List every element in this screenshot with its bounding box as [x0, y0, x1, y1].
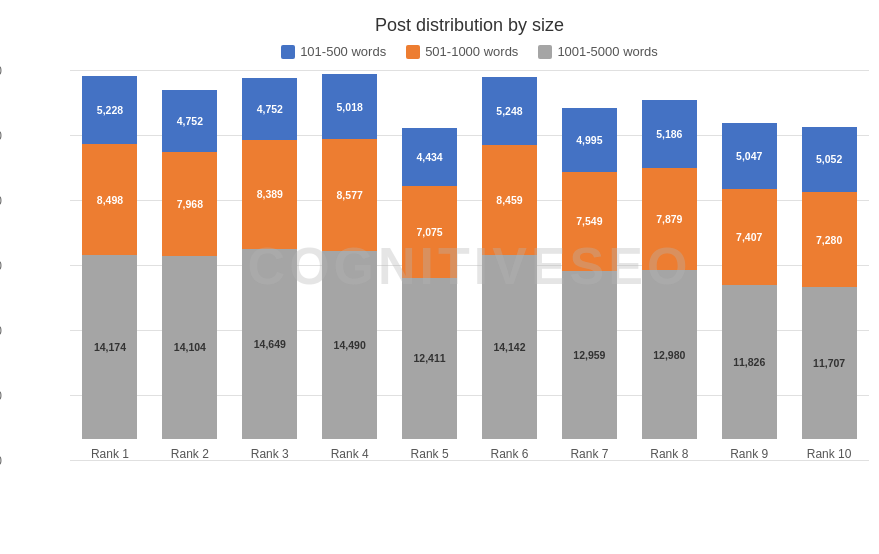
- bar-label-bottom: 4,995: [576, 134, 602, 146]
- bar-segment-mid: 7,879: [642, 168, 697, 270]
- bar-segment-top: 14,142: [482, 255, 537, 439]
- bar-segment-top: 11,826: [722, 285, 777, 439]
- bar-segment-top: 14,649: [242, 249, 297, 439]
- bar-segment-top: 14,174: [82, 255, 137, 439]
- bars-area: 14,1748,4985,228Rank 114,1047,9684,752Ra…: [70, 71, 869, 461]
- bar-group: 14,1428,4595,248Rank 6: [470, 71, 550, 461]
- bar-label-bottom: 5,018: [337, 101, 363, 113]
- x-axis-label: Rank 7: [570, 447, 608, 461]
- x-axis-label: Rank 9: [730, 447, 768, 461]
- bar-segment-mid: 7,407: [722, 189, 777, 285]
- y-tick: 20,000: [0, 194, 2, 208]
- bar-label-bottom: 4,752: [177, 115, 203, 127]
- bar-label-top: 11,826: [733, 356, 765, 368]
- bar-segment-top: 12,980: [642, 270, 697, 439]
- bar-segment-top: 12,411: [402, 278, 457, 439]
- bar-segment-bottom: 5,018: [322, 74, 377, 139]
- bar-label-top: 14,104: [174, 341, 206, 353]
- bar-stack: 14,1748,4985,228: [82, 76, 137, 439]
- bar-segment-bottom: 5,186: [642, 100, 697, 167]
- x-axis-label: Rank 6: [490, 447, 528, 461]
- bar-stack: 14,1047,9684,752: [162, 90, 217, 439]
- bar-segment-mid: 8,498: [82, 144, 137, 254]
- bar-label-mid: 8,459: [496, 194, 522, 206]
- bar-segment-top: 11,707: [802, 287, 857, 439]
- y-tick: 15,000: [0, 259, 2, 273]
- legend-item: 1001-5000 words: [538, 44, 657, 59]
- bar-label-mid: 7,549: [576, 215, 602, 227]
- bar-label-mid: 8,498: [97, 194, 123, 206]
- legend: 101-500 words501-1000 words1001-5000 wor…: [70, 44, 869, 59]
- x-axis-label: Rank 3: [251, 447, 289, 461]
- bar-segment-bottom: 4,995: [562, 108, 617, 173]
- bar-label-bottom: 5,052: [816, 153, 842, 165]
- legend-item: 501-1000 words: [406, 44, 518, 59]
- bar-segment-mid: 8,577: [322, 139, 377, 251]
- bar-group: 14,1748,4985,228Rank 1: [70, 71, 150, 461]
- bar-stack: 11,7077,2805,052: [802, 127, 857, 439]
- bar-group: 14,6498,3894,752Rank 3: [230, 71, 310, 461]
- bar-label-bottom: 4,752: [257, 103, 283, 115]
- bar-label-mid: 7,879: [656, 213, 682, 225]
- bar-segment-bottom: 5,228: [82, 76, 137, 144]
- bar-group: 14,4908,5775,018Rank 4: [310, 71, 390, 461]
- bar-label-top: 12,959: [573, 349, 605, 361]
- bar-label-top: 14,649: [254, 338, 286, 350]
- y-tick: 25,000: [0, 129, 2, 143]
- x-axis-label: Rank 10: [807, 447, 852, 461]
- x-axis-label: Rank 4: [331, 447, 369, 461]
- bar-stack: 14,6498,3894,752: [242, 78, 297, 439]
- bar-segment-bottom: 5,047: [722, 123, 777, 189]
- bar-segment-mid: 7,549: [562, 172, 617, 270]
- bar-label-mid: 8,389: [257, 188, 283, 200]
- bar-label-top: 14,174: [94, 341, 126, 353]
- bar-segment-mid: 8,459: [482, 145, 537, 255]
- bar-stack: 11,8267,4075,047: [722, 123, 777, 439]
- bar-label-bottom: 5,248: [496, 105, 522, 117]
- y-tick: 5,000: [0, 389, 2, 403]
- bar-segment-mid: 7,280: [802, 192, 857, 287]
- bar-label-top: 14,142: [493, 341, 525, 353]
- bar-label-top: 12,980: [653, 349, 685, 361]
- legend-color: [538, 45, 552, 59]
- bar-label-bottom: 4,434: [416, 151, 442, 163]
- chart-container: Post distribution by size 101-500 words5…: [0, 0, 879, 554]
- bar-label-mid: 7,075: [416, 226, 442, 238]
- bar-stack: 12,4117,0754,434: [402, 128, 457, 439]
- chart-title: Post distribution by size: [70, 15, 869, 36]
- bar-label-mid: 8,577: [337, 189, 363, 201]
- bar-group: 11,8267,4075,047Rank 9: [709, 71, 789, 461]
- bar-group: 11,7077,2805,052Rank 10: [789, 71, 869, 461]
- bar-segment-top: 14,490: [322, 251, 377, 439]
- x-axis-label: Rank 1: [91, 447, 129, 461]
- bar-group: 12,9597,5494,995Rank 7: [549, 71, 629, 461]
- legend-color: [406, 45, 420, 59]
- bar-segment-bottom: 5,052: [802, 127, 857, 193]
- bar-stack: 12,9597,5494,995: [562, 108, 617, 440]
- bar-label-top: 12,411: [414, 352, 446, 364]
- legend-label: 101-500 words: [300, 44, 386, 59]
- bar-stack: 14,1428,4595,248: [482, 77, 537, 439]
- x-axis-label: Rank 8: [650, 447, 688, 461]
- y-tick: 0: [0, 454, 2, 468]
- bar-label-mid: 7,968: [177, 198, 203, 210]
- bar-stack: 14,4908,5775,018: [322, 74, 377, 439]
- y-tick: 30,000: [0, 64, 2, 78]
- legend-color: [281, 45, 295, 59]
- bar-group: 12,9807,8795,186Rank 8: [629, 71, 709, 461]
- bar-group: 14,1047,9684,752Rank 2: [150, 71, 230, 461]
- bar-segment-mid: 8,389: [242, 140, 297, 249]
- bar-segment-bottom: 4,752: [242, 78, 297, 140]
- x-axis-label: Rank 5: [411, 447, 449, 461]
- bar-segment-bottom: 4,752: [162, 90, 217, 152]
- bar-label-top: 14,490: [334, 339, 366, 351]
- x-axis-label: Rank 2: [171, 447, 209, 461]
- legend-item: 101-500 words: [281, 44, 386, 59]
- bar-label-mid: 7,407: [736, 231, 762, 243]
- bar-label-mid: 7,280: [816, 234, 842, 246]
- y-tick: 10,000: [0, 324, 2, 338]
- bar-label-bottom: 5,047: [736, 150, 762, 162]
- bar-stack: 12,9807,8795,186: [642, 100, 697, 439]
- bar-segment-mid: 7,968: [162, 152, 217, 256]
- bar-label-top: 11,707: [813, 357, 845, 369]
